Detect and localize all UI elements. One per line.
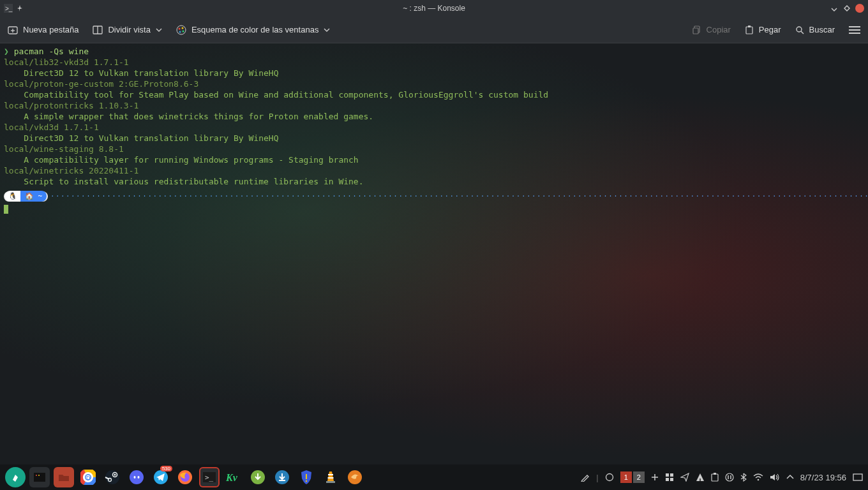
chrome-icon[interactable]: D [78, 467, 98, 487]
search-icon [795, 26, 804, 34]
svg-rect-53 [666, 473, 669, 477]
paste-button[interactable]: Pegar [745, 25, 781, 34]
svg-rect-56 [670, 478, 673, 481]
bluetooth-tray-icon[interactable] [740, 473, 747, 482]
badge-count: 530 [160, 466, 172, 471]
svg-rect-15 [748, 26, 751, 27]
paste-icon [745, 26, 754, 34]
svg-rect-14 [746, 27, 752, 34]
svg-point-20 [38, 475, 40, 476]
svg-point-19 [36, 475, 37, 476]
triangle-tray-icon[interactable] [696, 473, 705, 482]
svg-point-32 [130, 470, 144, 484]
svg-rect-58 [712, 474, 718, 481]
svg-text:>_: >_ [5, 5, 13, 12]
split-view-label: Dividir vista [108, 25, 150, 34]
firefox-icon[interactable] [175, 467, 195, 487]
chevron-down-icon [156, 27, 162, 33]
svg-rect-13 [693, 28, 698, 34]
taskbar: D 530 >_ Kv | 1 2 8/7/23 19:56 [0, 464, 868, 490]
kvantum-icon[interactable]: Kv [223, 467, 244, 487]
terminal-small-icon: >_ [4, 4, 13, 13]
launcher-icon[interactable] [5, 467, 26, 487]
send-tray-icon[interactable] [680, 473, 689, 482]
grid-tray-icon[interactable] [665, 473, 674, 482]
hamburger-menu-button[interactable] [849, 26, 860, 34]
svg-point-8 [178, 27, 180, 29]
svg-rect-46 [328, 474, 333, 475]
svg-rect-47 [328, 477, 334, 479]
svg-point-33 [134, 476, 136, 479]
svg-text:>_: >_ [205, 473, 214, 482]
search-label: Buscar [809, 25, 835, 34]
toolbar: Nueva pestaña Dividir vista Esquema de c… [0, 17, 868, 43]
split-view-button[interactable]: Dividir vista [93, 25, 161, 35]
svg-rect-44 [306, 474, 307, 479]
svg-text:D: D [86, 475, 91, 481]
paste-label: Pegar [759, 25, 781, 34]
clock[interactable]: 8/7/23 19:56 [800, 473, 846, 482]
circle-tray-icon[interactable] [605, 473, 614, 482]
svg-rect-48 [326, 481, 335, 483]
desktop-1[interactable]: 1 [620, 471, 632, 483]
maximize-button[interactable] [842, 4, 851, 13]
minimize-button[interactable] [830, 4, 839, 13]
svg-point-16 [797, 27, 802, 32]
vlc-icon[interactable] [320, 467, 341, 487]
svg-point-50 [606, 474, 613, 481]
plus-tray-icon[interactable] [651, 473, 659, 481]
files-icon[interactable] [54, 467, 74, 487]
svg-line-17 [801, 31, 804, 34]
pin-icon[interactable] [17, 5, 23, 11]
svg-point-28 [105, 470, 119, 484]
svg-point-60 [726, 473, 733, 481]
svg-point-30 [114, 474, 116, 476]
svg-rect-59 [714, 473, 716, 475]
svg-point-10 [182, 30, 184, 32]
desktop-switcher[interactable]: 1 2 [620, 471, 645, 483]
svg-point-7 [177, 26, 186, 34]
color-scheme-button[interactable]: Esquema de color de las ventanas [176, 25, 330, 35]
wifi-tray-icon[interactable] [753, 473, 763, 481]
svg-rect-64 [853, 474, 862, 480]
terminal-content[interactable]: ❯ pacman -Qs winelocal/lib32-vkd3d 1.7.1… [0, 43, 868, 464]
steam-icon[interactable] [102, 467, 123, 487]
download-blue-icon[interactable] [272, 467, 292, 487]
split-view-icon [93, 25, 103, 35]
chevron-down-icon [324, 27, 330, 33]
new-tab-button[interactable]: Nueva pestaña [8, 25, 79, 35]
system-tray: | 1 2 8/7/23 19:56 [581, 471, 863, 483]
svg-point-34 [138, 476, 140, 479]
terminal-area[interactable]: ❯ pacman -Qs winelocal/lib32-vkd3d 1.7.1… [0, 43, 868, 464]
shield-icon[interactable] [296, 467, 317, 487]
clipboard-tray-icon[interactable] [711, 473, 719, 482]
telegram-icon[interactable]: 530 [151, 467, 171, 487]
pause-circle-tray-icon[interactable] [725, 473, 734, 482]
pen-tray-icon[interactable] [581, 473, 590, 482]
copy-icon [692, 26, 701, 34]
svg-point-11 [179, 31, 181, 33]
new-tab-label: Nueva pestaña [23, 25, 79, 34]
volume-tray-icon[interactable] [770, 473, 780, 482]
window-title: ~ : zsh — Konsole [403, 4, 465, 13]
download-circle-icon[interactable] [248, 467, 268, 487]
palette-icon [176, 25, 186, 35]
orange-swirl-icon[interactable] [345, 467, 365, 487]
konsole-icon[interactable]: >_ [199, 467, 220, 487]
new-tab-icon [8, 25, 18, 35]
search-button[interactable]: Buscar [795, 25, 835, 34]
svg-rect-18 [34, 473, 45, 482]
chevron-up-tray-icon[interactable] [786, 474, 794, 480]
taskbar-app-terminal-small[interactable] [29, 467, 50, 487]
svg-point-63 [757, 479, 759, 481]
copy-label: Copiar [707, 25, 731, 34]
close-button[interactable] [855, 4, 864, 13]
svg-point-9 [181, 27, 183, 29]
window-titlebar: >_ ~ : zsh — Konsole [0, 0, 868, 17]
copy-button[interactable]: Copiar [692, 25, 731, 34]
color-scheme-label: Esquema de color de las ventanas [191, 25, 318, 34]
svg-rect-54 [670, 473, 673, 477]
desktop-show-icon[interactable] [853, 473, 863, 481]
desktop-2[interactable]: 2 [633, 471, 645, 483]
discord-icon[interactable] [126, 467, 147, 487]
